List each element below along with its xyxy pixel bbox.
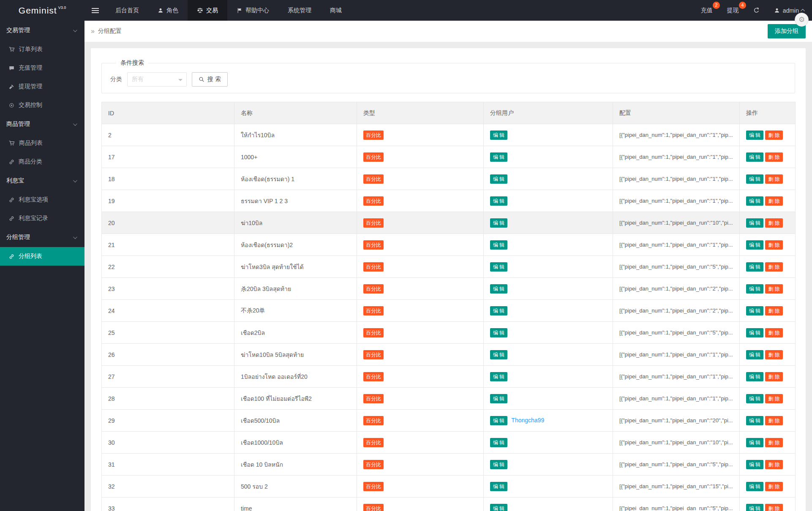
cell-name: เชือด1000/10บิล <box>234 432 357 454</box>
delete-button[interactable]: 删 除 <box>765 350 782 359</box>
sidebar-item[interactable]: 充值管理 <box>0 59 84 77</box>
cart-icon <box>9 140 15 146</box>
edit-users-button[interactable]: 编 辑 <box>490 218 507 228</box>
edit-users-button[interactable]: 编 辑 <box>490 152 507 162</box>
sidebar-item[interactable]: 利息宝选项 <box>0 190 84 209</box>
recharge-link[interactable]: 充值 2 <box>694 0 720 21</box>
edit-button[interactable]: 编 辑 <box>746 152 763 162</box>
sidebar-item[interactable]: 提现管理 <box>0 77 84 96</box>
type-badge: 百分比 <box>363 372 384 381</box>
edit-users-button[interactable]: 编 辑 <box>490 306 507 315</box>
delete-button[interactable]: 删 除 <box>765 218 782 228</box>
edit-users-button[interactable]: 编 辑 <box>490 416 507 425</box>
edit-users-button[interactable]: 编 辑 <box>490 328 507 337</box>
edit-button[interactable]: 编 辑 <box>746 196 763 206</box>
refresh-button[interactable] <box>746 0 767 21</box>
cell-config: [{"pipei_dan_num":1,"pipei_dan_run":"5",… <box>613 256 740 278</box>
delete-button[interactable]: 删 除 <box>765 240 782 250</box>
edit-users-button[interactable]: 编 辑 <box>490 482 507 491</box>
cell-config: [{"pipei_dan_num":1,"pipei_dan_run":"1",… <box>613 146 740 168</box>
edit-users-button[interactable]: 编 辑 <box>490 438 507 447</box>
nav-item[interactable]: 角色 <box>148 0 188 21</box>
edit-button[interactable]: 编 辑 <box>746 416 763 425</box>
edit-users-button[interactable]: 编 辑 <box>490 350 507 359</box>
edit-users-button[interactable]: 编 辑 <box>490 174 507 184</box>
edit-button[interactable]: 编 辑 <box>746 482 763 491</box>
cart-icon <box>9 46 15 52</box>
cell-type: 百分比 <box>357 300 484 322</box>
cell-id: 25 <box>102 322 234 344</box>
cell-type: 百分比 <box>357 212 484 234</box>
sidebar-item[interactable]: 利息宝记录 <box>0 209 84 228</box>
delete-button[interactable]: 删 除 <box>765 460 782 469</box>
edit-users-button[interactable]: 编 辑 <box>490 130 507 140</box>
sidebar-item[interactable]: 订单列表 <box>0 40 84 59</box>
edit-users-button[interactable]: 编 辑 <box>490 372 507 381</box>
scales-icon <box>197 7 203 14</box>
edit-button[interactable]: 编 辑 <box>746 372 763 381</box>
delete-button[interactable]: 删 除 <box>765 262 782 272</box>
cell-group-users: 编 辑 <box>484 190 613 212</box>
chat-icon <box>9 65 14 71</box>
group-user-link[interactable]: Thongcha99 <box>511 417 544 424</box>
delete-button[interactable]: 删 除 <box>765 372 782 381</box>
delete-button[interactable]: 删 除 <box>765 482 782 491</box>
cell-id: 19 <box>102 190 234 212</box>
edit-button[interactable]: 编 辑 <box>746 394 763 403</box>
delete-button[interactable]: 删 除 <box>765 306 782 315</box>
category-select[interactable]: 所有 <box>127 72 187 87</box>
delete-button[interactable]: 删 除 <box>765 394 782 403</box>
edit-button[interactable]: 编 辑 <box>746 240 763 250</box>
delete-button[interactable]: 删 除 <box>765 504 782 511</box>
delete-button[interactable]: 删 除 <box>765 152 782 162</box>
category-label: 分类 <box>110 76 122 83</box>
sidebar-section[interactable]: 交易管理 <box>0 21 84 40</box>
edit-button[interactable]: 编 辑 <box>746 306 763 315</box>
cell-actions: 编 辑删 除 <box>740 124 796 146</box>
edit-button[interactable]: 编 辑 <box>746 328 763 337</box>
delete-button[interactable]: 删 除 <box>765 438 782 447</box>
sidebar-item[interactable]: 商品分类 <box>0 152 84 171</box>
edit-users-button[interactable]: 编 辑 <box>490 504 507 511</box>
cell-group-users: 编 辑 <box>484 476 613 497</box>
edit-button[interactable]: 编 辑 <box>746 504 763 511</box>
delete-button[interactable]: 删 除 <box>765 284 782 294</box>
delete-button[interactable]: 删 除 <box>765 196 782 206</box>
delete-button[interactable]: 删 除 <box>765 174 782 184</box>
sidebar-section[interactable]: 利息宝 <box>0 171 84 190</box>
edit-button[interactable]: 编 辑 <box>746 460 763 469</box>
edit-button[interactable]: 编 辑 <box>746 350 763 359</box>
edit-button[interactable]: 编 辑 <box>746 218 763 228</box>
delete-button[interactable]: 删 除 <box>765 328 782 337</box>
sidebar-collapse-icon[interactable] <box>84 0 106 21</box>
edit-users-button[interactable]: 编 辑 <box>490 262 507 272</box>
edit-button[interactable]: 编 辑 <box>746 130 763 140</box>
withdraw-link[interactable]: 提现 4 <box>720 0 746 21</box>
nav-item[interactable]: 商城 <box>321 0 351 21</box>
sidebar-item[interactable]: 商品列表 <box>0 134 84 152</box>
search-button[interactable]: 搜 索 <box>192 72 228 87</box>
table-row: 26ฆ่าโหด10บิล 5บิลสุดท้าย百分比编 辑[{"pipei_… <box>102 344 796 366</box>
edit-users-button[interactable]: 编 辑 <box>490 240 507 250</box>
nav-item[interactable]: 帮助中心 <box>227 0 278 21</box>
nav-item[interactable]: 后台首页 <box>106 0 148 21</box>
sidebar-item[interactable]: 分组列表 <box>0 247 84 266</box>
sidebar-section[interactable]: 分组管理 <box>0 228 84 247</box>
edit-users-button[interactable]: 编 辑 <box>490 284 507 294</box>
sidebar-section[interactable]: 商品管理 <box>0 114 84 134</box>
edit-users-button[interactable]: 编 辑 <box>490 394 507 403</box>
delete-button[interactable]: 删 除 <box>765 416 782 425</box>
edit-button[interactable]: 编 辑 <box>746 438 763 447</box>
edit-users-button[interactable]: 编 辑 <box>490 460 507 469</box>
cell-id: 30 <box>102 432 234 454</box>
theme-settings-button[interactable]: ⚙ <box>795 13 809 27</box>
nav-item[interactable]: 系统管理 <box>278 0 321 21</box>
delete-button[interactable]: 删 除 <box>765 130 782 140</box>
edit-button[interactable]: 编 辑 <box>746 174 763 184</box>
nav-item[interactable]: 交易 <box>188 0 227 21</box>
filter-fieldset: 条件搜索 分类 所有 搜 索 <box>101 59 795 93</box>
edit-button[interactable]: 编 辑 <box>746 262 763 272</box>
edit-button[interactable]: 编 辑 <box>746 284 763 294</box>
sidebar-item[interactable]: 交易控制 <box>0 96 84 114</box>
edit-users-button[interactable]: 编 辑 <box>490 196 507 206</box>
